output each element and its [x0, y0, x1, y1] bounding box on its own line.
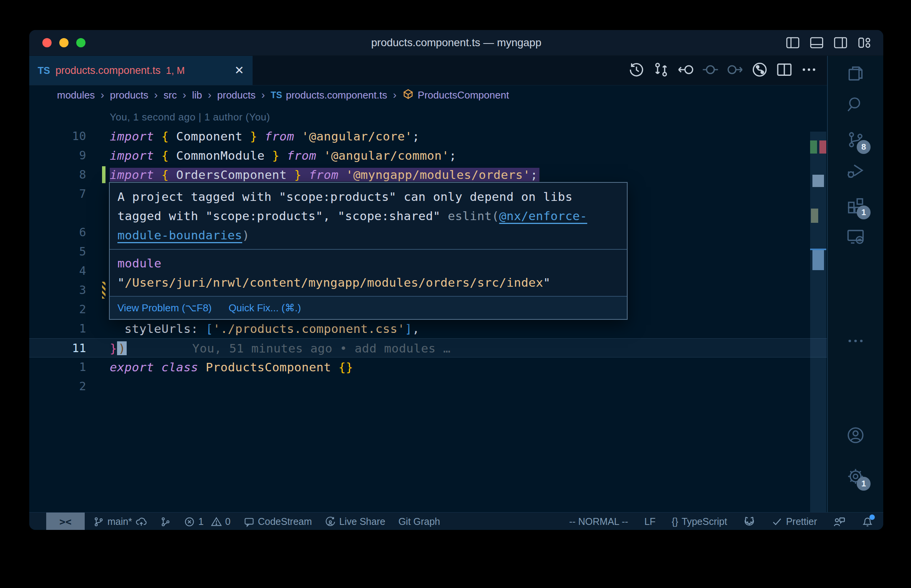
line-number[interactable]: 4 — [29, 261, 86, 281]
eslint-rule-link[interactable]: module-boundaries — [117, 228, 242, 242]
eol-indicator[interactable]: LF — [644, 516, 655, 527]
toggle-panel-icon[interactable] — [809, 35, 824, 50]
quick-fix-action[interactable]: Quick Fix... (⌘.) — [229, 302, 301, 314]
git-branch-item[interactable]: main* — [93, 516, 147, 528]
extensions-icon[interactable]: 1 — [844, 194, 867, 216]
more-actions-icon[interactable] — [801, 62, 817, 79]
remote-icon: >< — [59, 516, 71, 528]
chevron-right-icon: › — [100, 89, 105, 101]
module-path: /Users/juri/nrwl/content/myngapp/modules… — [125, 276, 543, 289]
message-text: tagged with "scope:products", "scope:sha… — [117, 209, 448, 223]
code-line[interactable]: You, 1 second ago | 1 author (You) — [29, 107, 827, 127]
code-token — [331, 360, 338, 374]
code-token: [ — [206, 322, 213, 336]
feedback-icon[interactable] — [833, 516, 846, 528]
line-number[interactable]: 6 — [29, 223, 86, 242]
codestream-icon — [244, 516, 255, 527]
gitlens-graph-icon[interactable] — [752, 62, 768, 79]
customize-layout-icon[interactable] — [857, 35, 872, 50]
tab-products-component[interactable]: TS products.component.ts 1, M ✕ — [29, 56, 253, 85]
current-change-icon[interactable] — [702, 62, 718, 79]
line-number[interactable]: 1 — [29, 357, 86, 377]
code-token — [280, 149, 287, 162]
scrollbar[interactable] — [810, 132, 826, 513]
line-number[interactable]: 2 — [29, 300, 86, 319]
braces-icon: {} — [672, 516, 678, 527]
line-number[interactable]: 11 — [29, 339, 86, 358]
more-views-icon[interactable] — [844, 330, 867, 352]
line-number[interactable]: 1 — [29, 319, 86, 338]
previous-change-icon[interactable] — [678, 62, 694, 79]
prettier-item[interactable]: Prettier — [772, 516, 817, 527]
toggle-secondary-sidebar-icon[interactable] — [833, 35, 848, 50]
settings-gear-icon[interactable]: 1 — [844, 465, 867, 488]
chevron-right-icon: › — [207, 89, 212, 101]
source-control-icon[interactable]: 8 — [844, 129, 867, 151]
code-line[interactable]: 1 styleUrls: ['./products.component.css'… — [29, 319, 827, 338]
close-tab-icon[interactable]: ✕ — [234, 65, 244, 76]
publish-cloud-icon — [136, 516, 147, 528]
run-debug-icon[interactable] — [844, 160, 867, 182]
sync-status-item[interactable] — [160, 516, 171, 527]
line-number[interactable]: 3 — [29, 281, 86, 300]
notifications-bell-icon[interactable] — [862, 516, 873, 528]
code-token: '@angular/common' — [324, 149, 449, 162]
code-token: from — [309, 168, 338, 182]
timeline-history-icon[interactable] — [628, 62, 645, 79]
breadcrumb-file[interactable]: TSproducts.component.ts — [271, 89, 387, 101]
split-editor-icon[interactable] — [776, 62, 792, 79]
breadcrumb-item[interactable]: products — [110, 89, 149, 101]
vim-mode-indicator[interactable]: -- NORMAL -- — [569, 516, 628, 527]
code-line[interactable]: 8import { OrdersComponent } from '@mynga… — [29, 165, 827, 184]
compare-changes-icon[interactable] — [653, 62, 669, 79]
editor[interactable]: You, 1 second ago | 1 author (You)10impo… — [29, 105, 827, 513]
code-token: import — [110, 129, 154, 143]
code-token: } — [110, 341, 117, 355]
line-number[interactable]: 8 — [29, 165, 86, 184]
search-icon[interactable] — [844, 93, 867, 115]
github-octoface-icon[interactable] — [743, 516, 755, 528]
explorer-icon[interactable] — [844, 62, 867, 85]
next-change-icon[interactable] — [727, 62, 743, 79]
overview-added-mark — [810, 140, 817, 154]
line-number[interactable]: 9 — [29, 146, 86, 165]
breadcrumb-item[interactable]: lib — [192, 89, 202, 101]
code-line[interactable]: 10import { Component } from '@angular/co… — [29, 127, 827, 146]
view-problem-action[interactable]: View Problem (⌥F8) — [117, 302, 212, 314]
breadcrumb-item[interactable]: modules — [57, 89, 95, 101]
git-graph-item[interactable]: Git Graph — [399, 516, 440, 527]
code-line[interactable]: 1export class ProductsComponent {} — [29, 357, 827, 377]
line-number[interactable]: 5 — [29, 242, 86, 261]
vscode-window: products.component.ts — myngapp TS produ… — [29, 30, 883, 530]
check-icon — [772, 516, 782, 527]
message-text: ) — [242, 228, 250, 242]
line-number[interactable]: 10 — [29, 127, 86, 146]
breadcrumb-symbol[interactable]: ProductsComponent — [402, 88, 509, 102]
problems-item[interactable]: 1 0 — [184, 516, 231, 527]
activity-bar: 8 1 1 — [827, 56, 883, 512]
code-line[interactable]: 9import { CommonModule } from '@angular/… — [29, 146, 827, 165]
problem-hover-tooltip: A project tagged with "scope:products" c… — [109, 182, 628, 320]
live-share-item[interactable]: Live Share — [325, 516, 385, 527]
message-text: eslint( — [448, 209, 499, 223]
code-token: styleUrls — [110, 322, 191, 336]
code-line[interactable]: 11})You, 51 minutes ago • add modules … — [29, 338, 827, 357]
remote-indicator[interactable]: >< — [46, 513, 85, 530]
account-icon[interactable] — [844, 424, 867, 446]
code-token: from — [265, 129, 294, 143]
code-text: import { Component } from '@angular/core… — [110, 127, 420, 146]
toggle-primary-sidebar-icon[interactable] — [785, 35, 800, 50]
code-token: } — [294, 168, 301, 182]
breadcrumb-item[interactable]: src — [164, 89, 177, 101]
language-mode-item[interactable]: {}TypeScript — [672, 516, 727, 527]
code-line[interactable]: 2 — [29, 377, 827, 396]
codestream-item[interactable]: CodeStream — [244, 516, 312, 527]
remote-explorer-icon[interactable] — [844, 225, 867, 247]
window-title: products.component.ts — myngapp — [29, 30, 883, 55]
code-token: , — [412, 322, 420, 336]
line-number[interactable]: 2 — [29, 377, 86, 396]
code-token — [154, 168, 161, 182]
line-number[interactable]: 7 — [29, 184, 86, 204]
breadcrumb-item[interactable]: products — [217, 89, 256, 101]
eslint-rule-link[interactable]: @nx/enforce- — [499, 209, 587, 223]
